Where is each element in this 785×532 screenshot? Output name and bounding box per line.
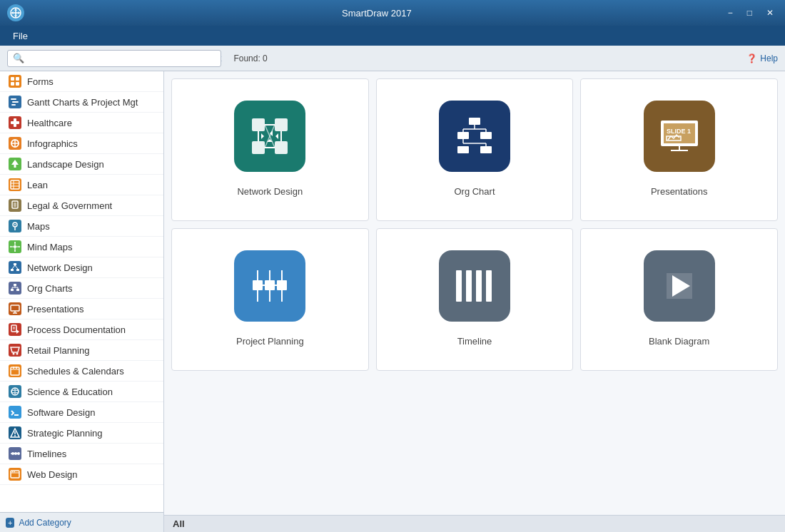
sidebar-item-icon <box>9 344 21 357</box>
sidebar-item[interactable]: Strategic Planning <box>0 423 163 444</box>
template-card[interactable]: Timeline <box>376 228 574 371</box>
window-controls: − □ ✕ <box>724 6 778 19</box>
sidebar-item-label: Gantt Charts & Project Mgt <box>27 97 138 108</box>
title-bar: SmartDraw 2017 − □ ✕ <box>0 0 785 26</box>
template-card[interactable]: Project Planning <box>171 228 369 371</box>
menu-bar: File <box>0 26 785 46</box>
svg-rect-20 <box>14 165 16 168</box>
svg-rect-125 <box>476 270 482 302</box>
sidebar-item-icon <box>9 385 21 398</box>
sidebar-item-label: Software Design <box>27 407 95 418</box>
sidebar-item[interactable]: Landscape Design <box>0 154 163 175</box>
sidebar-item[interactable]: Web Design <box>0 464 163 485</box>
svg-rect-46 <box>14 284 16 286</box>
sidebar-item[interactable]: Network Design <box>0 257 163 278</box>
close-button[interactable]: ✕ <box>762 6 778 19</box>
sidebar-item-label: Landscape Design <box>27 159 104 170</box>
sidebar-item[interactable]: Lean <box>0 175 163 195</box>
card-icon <box>644 250 715 322</box>
sidebar-item[interactable]: Healthcare <box>0 113 163 133</box>
sidebar-item-icon <box>9 406 21 419</box>
svg-rect-62 <box>11 367 19 375</box>
svg-rect-13 <box>11 104 16 106</box>
sidebar-item-label: Lean <box>27 180 48 190</box>
svg-point-79 <box>12 471 14 473</box>
svg-point-61 <box>16 353 19 355</box>
sidebar-item-label: Schedules & Calendars <box>27 366 124 377</box>
restore-button[interactable]: □ <box>743 6 756 19</box>
sidebar-item[interactable]: Infographics <box>0 133 163 154</box>
svg-rect-48 <box>16 289 19 291</box>
sidebar-item-icon <box>9 96 21 108</box>
template-card[interactable]: Org Chart <box>376 78 574 221</box>
add-category-button[interactable]: +Add Category <box>0 512 163 532</box>
svg-point-39 <box>14 250 16 252</box>
card-icon: SLIDE 1 <box>644 101 715 172</box>
sidebar-item-label: Science & Education <box>27 387 113 397</box>
sidebar-item-icon <box>9 447 21 460</box>
sidebar-item-label: Legal & Government <box>27 200 112 211</box>
sidebar-item-label: Network Design <box>27 262 93 273</box>
card-icon <box>439 250 510 322</box>
svg-marker-59 <box>16 329 19 334</box>
sidebar-item[interactable]: Schedules & Calendars <box>0 361 163 382</box>
svg-point-72 <box>14 435 16 436</box>
svg-rect-113 <box>253 280 263 290</box>
card-label: Project Planning <box>236 336 304 347</box>
template-card[interactable]: SLIDE 1 Presentations <box>580 78 778 221</box>
svg-rect-21 <box>11 180 19 189</box>
sidebar-item[interactable]: Legal & Government <box>0 195 163 216</box>
file-menu[interactable]: File <box>6 28 35 44</box>
sidebar-item[interactable]: Org Charts <box>0 278 163 299</box>
sidebar-item[interactable]: Forms <box>0 71 163 92</box>
sidebar-item-label: Forms <box>27 76 54 87</box>
svg-line-44 <box>12 265 15 269</box>
sidebar-item-label: Retail Planning <box>27 345 89 356</box>
card-icon <box>234 250 305 322</box>
sidebar-item-icon <box>9 302 21 315</box>
help-icon: ❓ <box>746 53 757 63</box>
svg-point-76 <box>17 452 20 455</box>
sidebar-item-icon <box>9 323 21 336</box>
minimize-button[interactable]: − <box>724 6 737 19</box>
sidebar-item-icon <box>9 137 21 150</box>
app-logo <box>7 4 24 21</box>
svg-point-75 <box>14 452 17 455</box>
sidebar-item[interactable]: Timelines <box>0 444 163 464</box>
sidebar-item[interactable]: Gantt Charts & Project Mgt <box>0 92 163 113</box>
template-card[interactable]: Network Design <box>171 78 369 221</box>
toolbar: 🔍 ◂ Previous ▸ Next Found: 0 ❓ Help <box>0 46 785 71</box>
svg-rect-126 <box>456 270 462 302</box>
sidebar-item[interactable]: Presentations <box>0 299 163 319</box>
svg-rect-83 <box>252 141 265 154</box>
sidebar-item[interactable]: Science & Education <box>0 382 163 402</box>
sidebar-item-label: Maps <box>27 221 50 232</box>
svg-rect-7 <box>11 77 14 81</box>
svg-rect-12 <box>12 101 19 103</box>
sidebar-item[interactable]: Mind Maps <box>0 237 163 257</box>
sidebar-item-label: Strategic Planning <box>27 428 103 439</box>
footer-label: All <box>164 515 785 532</box>
svg-rect-96 <box>457 132 469 139</box>
svg-rect-42 <box>11 269 14 271</box>
sidebar-item[interactable]: Software Design <box>0 402 163 423</box>
card-label: Network Design <box>237 186 303 197</box>
svg-point-40 <box>10 246 11 247</box>
svg-rect-114 <box>265 280 275 290</box>
sidebar-item[interactable]: Retail Planning <box>0 340 163 361</box>
svg-marker-93 <box>261 133 264 139</box>
sidebar-item-icon <box>9 468 21 481</box>
search-icon: 🔍 <box>13 53 24 63</box>
sidebar-item[interactable]: Maps <box>0 216 163 237</box>
sidebar-item-icon <box>9 75 21 88</box>
sidebar-item[interactable]: Process Documentation <box>0 319 163 340</box>
svg-rect-99 <box>480 146 492 153</box>
card-label: Blank Diagram <box>649 336 709 347</box>
search-input[interactable] <box>7 50 221 67</box>
svg-point-60 <box>13 353 15 355</box>
sidebar-item-icon <box>9 116 21 129</box>
help-button[interactable]: ❓ Help <box>746 53 778 63</box>
add-category-label: Add Category <box>19 518 71 528</box>
template-card[interactable]: Blank Diagram <box>580 228 778 371</box>
svg-marker-94 <box>275 133 278 139</box>
